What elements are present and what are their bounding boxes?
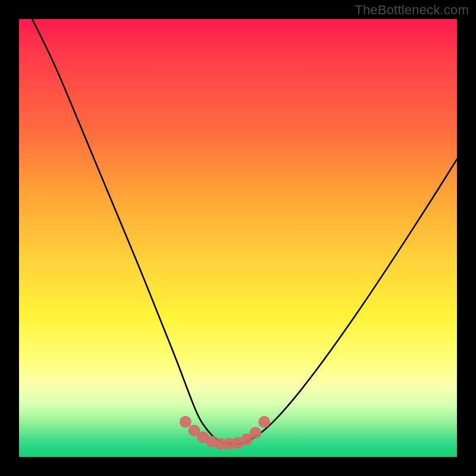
highlight-marker bbox=[249, 427, 261, 439]
plot-area bbox=[19, 19, 457, 457]
highlight-marker bbox=[180, 416, 192, 428]
watermark-text: TheBottleneck.com bbox=[355, 2, 469, 18]
chart-frame: TheBottleneck.com bbox=[0, 0, 476, 476]
curve-layer bbox=[19, 19, 457, 457]
bottleneck-curve-path bbox=[32, 19, 457, 444]
highlight-marker bbox=[258, 416, 270, 428]
highlight-marker-group bbox=[180, 416, 271, 450]
